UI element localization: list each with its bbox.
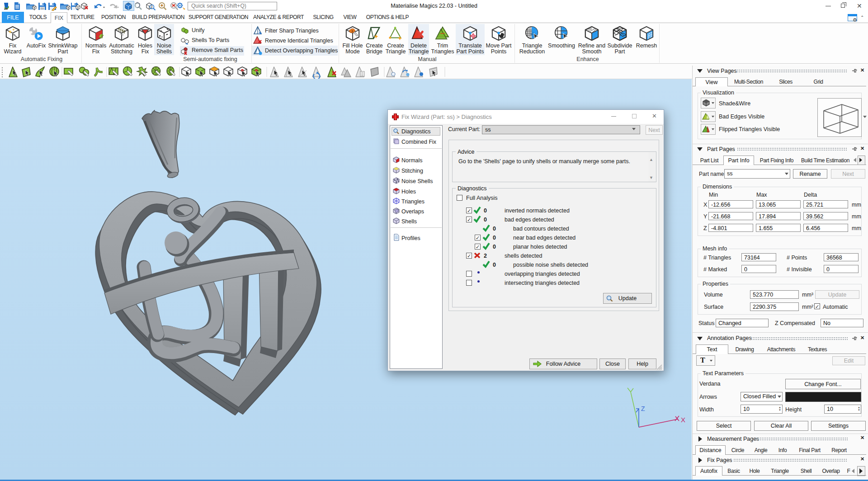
svg-text:X: X <box>681 416 685 424</box>
svg-text:Z: Z <box>641 405 645 412</box>
